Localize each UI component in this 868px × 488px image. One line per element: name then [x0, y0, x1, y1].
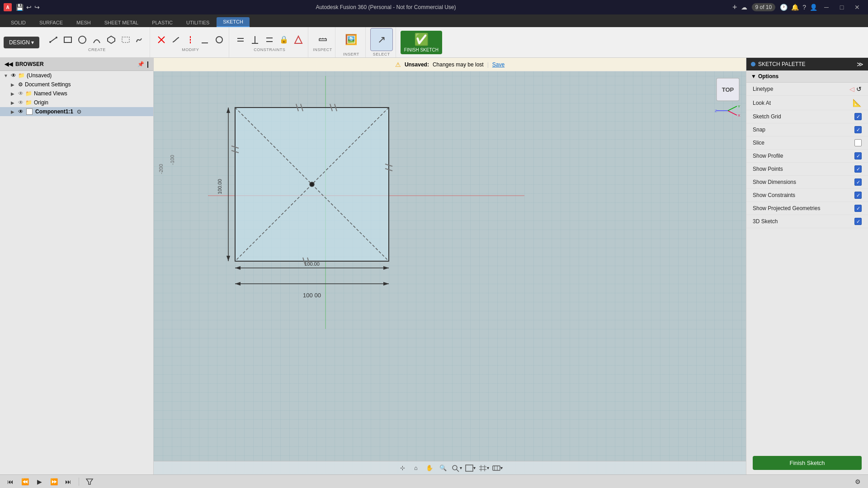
tab-sheet-metal[interactable]: SHEET METAL [98, 18, 145, 27]
insert-image-button[interactable]: 🖼️ [340, 28, 363, 51]
show-projected-checkbox[interactable]: ✓ [854, 205, 862, 212]
tab-plastic[interactable]: PLASTIC [146, 18, 179, 27]
first-frame-button[interactable]: ⏮ [5, 477, 16, 487]
tab-sketch[interactable]: SKETCH [217, 17, 250, 27]
cursor-mode-button[interactable]: ⊹ [396, 463, 408, 473]
eye-icon[interactable]: 👁 [11, 72, 16, 79]
show-points-checkbox[interactable]: ✓ [854, 165, 862, 173]
parallel-constraint-button[interactable] [263, 33, 276, 47]
3d-sketch-checkbox[interactable]: ✓ [854, 218, 862, 225]
triangle-constraint-button[interactable] [292, 33, 305, 47]
play-button[interactable]: ▶ [33, 477, 45, 487]
trim-tool-button[interactable] [155, 33, 168, 47]
grid-settings-button[interactable]: ▾ [478, 463, 490, 473]
filter-button[interactable] [84, 477, 95, 487]
browser-item-component[interactable]: ▶ 👁 Component1:1 ⊙ [0, 107, 153, 116]
palette-show-constraints[interactable]: Show Constraints ✓ [746, 189, 868, 202]
lock-constraint-button[interactable]: 🔒 [277, 33, 291, 47]
sketch-grid-checkbox[interactable]: ✓ [854, 113, 862, 120]
palette-linetype[interactable]: Linetype ◁ ↺ [746, 83, 868, 96]
last-frame-button[interactable]: ⏭ [62, 477, 74, 487]
fit-screen-button[interactable]: ▾ [464, 463, 476, 473]
eye-comp-icon[interactable]: 👁 [18, 108, 24, 115]
view-cube[interactable]: TOP X Y Z [714, 76, 741, 103]
display-settings-button[interactable]: ▾ [491, 463, 503, 473]
comp-target-icon[interactable]: ⊙ [77, 108, 81, 115]
browser-item-origin[interactable]: ▶ 👁 📁 Origin [0, 98, 153, 107]
palette-show-points[interactable]: Show Points ✓ [746, 163, 868, 176]
palette-show-profile[interactable]: Show Profile ✓ [746, 150, 868, 163]
home-view-button[interactable]: ⌂ [410, 463, 422, 473]
look-at-icon[interactable]: 📐 [853, 99, 862, 107]
zoom-in-button[interactable]: 🔍 [437, 463, 449, 473]
snap-checkbox[interactable]: ✓ [854, 126, 862, 133]
palette-slice[interactable]: Slice [746, 136, 868, 150]
finish-sketch-palette-button[interactable]: Finish Sketch [753, 456, 862, 470]
browser-item-doc-settings[interactable]: ▶ ⚙ Document Settings [0, 80, 153, 89]
browser-pin-icon[interactable]: 📌 [137, 61, 144, 67]
show-profile-checkbox[interactable]: ✓ [854, 152, 862, 160]
maximize-button[interactable]: □ [835, 1, 849, 14]
finish-sketch-toolbar-button[interactable]: ✅ FINISH SKETCH [401, 31, 442, 54]
pan-button[interactable]: ✋ [424, 463, 435, 473]
mirror-tool-button[interactable] [212, 33, 226, 47]
bell-icon[interactable]: 🔔 [791, 4, 799, 11]
show-constraints-checkbox[interactable]: ✓ [854, 192, 862, 199]
tab-mesh[interactable]: MESH [70, 18, 97, 27]
next-frame-button[interactable]: ⏩ [48, 477, 60, 487]
palette-snap[interactable]: Snap ✓ [746, 123, 868, 136]
slice-checkbox[interactable] [854, 139, 862, 146]
settings-gear-button[interactable]: ⚙ [852, 477, 863, 487]
help-icon[interactable]: ? [802, 4, 806, 11]
user-icon[interactable]: 👤 [810, 4, 817, 11]
equal-constraint-button[interactable] [234, 33, 247, 47]
unsaved-bar: ⚠ Unsaved: Changes may be lost | Save [154, 58, 746, 71]
show-dimensions-checkbox[interactable]: ✓ [854, 178, 862, 186]
line-tool-button[interactable] [47, 33, 60, 47]
zoom-dropdown-button[interactable]: ▾ [451, 463, 462, 473]
tab-solid[interactable]: SOLID [5, 18, 32, 27]
canvas-area[interactable]: ⚠ Unsaved: Changes may be lost | Save -1… [154, 58, 746, 474]
clock-icon[interactable]: 🕐 [780, 4, 788, 11]
circle-tool-button[interactable] [75, 33, 89, 47]
origin-folder-icon: 📁 [25, 99, 32, 106]
spline-tool-button[interactable] [133, 33, 147, 47]
offset-tool-button[interactable] [184, 33, 197, 47]
redo-icon[interactable]: ↪ [34, 4, 40, 11]
plus-icon[interactable]: + [732, 3, 737, 12]
extend-tool-button[interactable] [169, 33, 183, 47]
rectangle-tool-button[interactable] [61, 33, 75, 47]
tab-utilities[interactable]: UTILITIES [180, 18, 216, 27]
browser-item-named-views[interactable]: ▶ 👁 📁 Named Views [0, 89, 153, 98]
insert-image-icon: 🖼️ [345, 34, 357, 46]
cloud-icon[interactable]: ☁ [741, 4, 747, 11]
minimize-button[interactable]: ─ [819, 1, 834, 14]
measure-button[interactable] [316, 33, 330, 47]
save-link[interactable]: Save [492, 61, 505, 68]
linetype-icon2[interactable]: ↺ [856, 85, 862, 93]
tab-surface[interactable]: SURFACE [33, 18, 69, 27]
perpendicular-constraint-button[interactable] [248, 33, 262, 47]
construction-tool-button[interactable] [119, 33, 132, 47]
undo-icon[interactable]: ↩ [26, 4, 32, 11]
palette-sketch-grid[interactable]: Sketch Grid ✓ [746, 110, 868, 123]
browser-more-icon[interactable]: | [147, 61, 149, 68]
close-button[interactable]: ✕ [850, 1, 864, 14]
browser-collapse-icon[interactable]: ◀◀ [5, 61, 13, 67]
select-button[interactable]: ↗ [370, 28, 393, 51]
palette-show-dimensions[interactable]: Show Dimensions ✓ [746, 176, 868, 189]
arc-tool-button[interactable] [90, 33, 104, 47]
design-dropdown[interactable]: DESIGN ▾ [4, 37, 39, 48]
prev-frame-button[interactable]: ⏪ [19, 477, 31, 487]
palette-show-projected[interactable]: Show Projected Geometries ✓ [746, 202, 868, 215]
svg-marker-34 [235, 266, 241, 270]
save-icon[interactable]: 💾 [16, 4, 24, 11]
palette-3d-sketch[interactable]: 3D Sketch ✓ [746, 215, 868, 228]
palette-expand-icon[interactable]: ≫ [857, 61, 863, 68]
divider: | [487, 61, 489, 68]
palette-look-at[interactable]: Look At 📐 [746, 96, 868, 110]
polygon-tool-button[interactable] [104, 33, 118, 47]
fillet-tool-button[interactable] [198, 33, 212, 47]
browser-item-unsaved[interactable]: ▼ 👁 📁 (Unsaved) [0, 71, 153, 80]
linetype-icon1[interactable]: ◁ [849, 85, 854, 93]
